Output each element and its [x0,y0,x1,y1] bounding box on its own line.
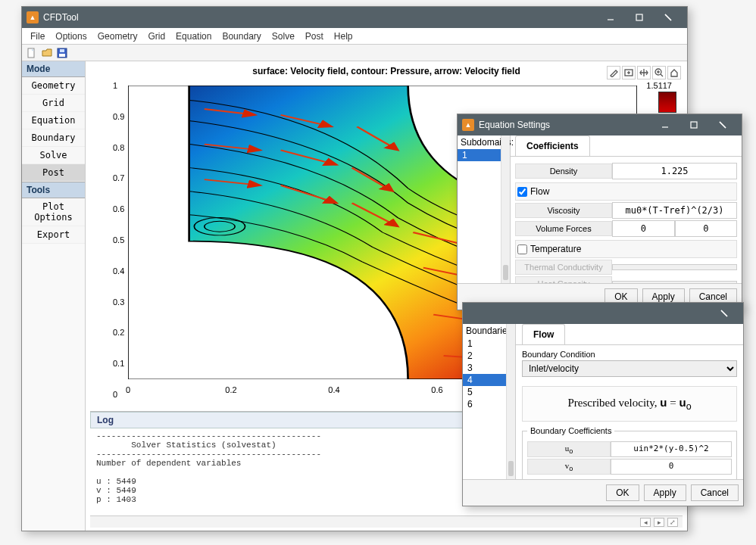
menu-geometry[interactable]: Geometry [92,30,143,43]
sidebar-item-post[interactable]: Post [22,164,85,182]
colorbar-max: 1.5117 [646,81,672,90]
status-next-icon[interactable]: ▸ [654,518,664,527]
main-titlebar[interactable]: ▲ CFDTool [22,7,687,28]
temperature-checkbox-label: Temperature [530,244,581,254]
ytick: 0.4 [113,266,124,276]
boundary-coefficients: Boundary Coefficients uo uin*2*(y-0.5)^2… [522,426,737,481]
mode-sidebar: Mode Geometry Grid Equation Boundary Sol… [22,61,86,531]
flow-checkbox-label: Flow [530,186,549,197]
menu-grid[interactable]: Grid [142,30,170,43]
input-u0[interactable]: uin*2*(y-0.5)^2 [611,441,732,457]
xtick: 0.4 [328,385,339,394]
zoom-in-icon[interactable] [652,66,666,79]
svg-rect-1 [636,14,642,20]
menu-equation[interactable]: Equation [170,30,217,43]
svg-line-3 [665,14,671,20]
brush-icon[interactable] [607,66,620,79]
sidebar-head-mode: Mode [22,61,85,77]
ytick: 0.9 [113,112,124,121]
bnd-titlebar[interactable] [463,303,743,324]
zoom-box-icon[interactable] [622,66,636,79]
open-file-icon[interactable] [40,46,54,60]
boundary-coefficients-legend: Boundary Coefficients [527,426,614,435]
flow-checkbox-row[interactable]: Flow [515,182,737,201]
bnd-close-button[interactable] [710,303,739,324]
bnd-ok-button[interactable]: OK [606,484,639,501]
label-v0: vo [527,459,611,475]
scrollbar[interactable] [501,135,510,283]
minimize-button[interactable] [596,7,625,28]
eq-title: Equation Settings [479,120,651,130]
ytick: 0.7 [113,173,124,182]
eq-close-button[interactable] [708,114,737,135]
boundary-settings-dialog: Boundaries: 1 2 3 4 5 6 Flow Boundary Co… [462,302,744,506]
label-density: Density [515,164,612,179]
sidebar-item-boundary[interactable]: Boundary [22,129,85,147]
bnd-apply-button[interactable]: Apply [644,484,686,501]
menubar: File Options Geometry Grid Equation Boun… [22,28,687,45]
label-thermal-conductivity: Thermal Conductivity [515,260,612,275]
flow-checkbox[interactable] [517,187,527,197]
boundary-list[interactable]: Boundaries: 1 2 3 4 5 6 [463,324,516,479]
eq-titlebar[interactable]: ▲ Equation Settings [458,114,742,135]
scrollbar[interactable] [506,324,515,479]
ytick: 0.8 [113,143,124,152]
bc-select[interactable]: Inlet/velocity [522,360,737,377]
new-file-icon[interactable] [25,46,39,60]
sidebar-item-export[interactable]: Export [22,226,85,244]
label-u0: uo [527,441,611,457]
close-button[interactable] [654,7,683,28]
status-expand-icon[interactable]: ⤢ [667,518,678,527]
svg-rect-39 [691,122,697,128]
ytick: 0.2 [113,328,124,337]
subdomain-list[interactable]: Subdomains: 1 [458,135,511,283]
temperature-checkbox-row[interactable]: Temperature [515,240,737,258]
eq-maximize-button[interactable] [679,114,708,135]
home-icon[interactable] [667,66,681,79]
sidebar-item-plot-options[interactable]: Plot Options [22,198,85,226]
colorbar [658,92,676,113]
plot-toolbar [607,66,681,79]
maximize-button[interactable] [625,7,654,28]
menu-boundary[interactable]: Boundary [217,30,266,43]
ytick: 1 [113,81,117,90]
status-strip: ◂ ▸ ⤢ [90,515,683,528]
input-viscosity[interactable]: mu0*(T-Tref)^(2/3) [612,202,737,219]
pan-icon[interactable] [637,66,651,79]
plot-title: surface: Velocity field, contour: Pressu… [90,64,683,78]
app-title: CFDTool [43,12,596,23]
tab-flow[interactable]: Flow [522,324,565,344]
menu-file[interactable]: File [25,30,50,43]
status-prev-icon[interactable]: ◂ [640,518,651,527]
xtick: 0.6 [431,385,442,394]
equation-settings-dialog: ▲ Equation Settings Subdomains: 1 Coeffi… [457,114,742,310]
input-volume-force-y[interactable]: 0 [675,220,738,237]
input-v0[interactable]: 0 [611,459,732,475]
ytick: 0.1 [113,359,124,368]
menu-post[interactable]: Post [300,30,329,43]
svg-line-12 [661,74,663,76]
menu-options[interactable]: Options [50,30,92,43]
save-file-icon[interactable] [55,46,69,60]
eq-minimize-button[interactable] [651,114,679,135]
menu-help[interactable]: Help [329,30,358,43]
sidebar-item-grid[interactable]: Grid [22,95,85,112]
svg-rect-6 [59,54,65,57]
prescribed-velocity-text: Prescribed velocity, u = uo [522,386,737,422]
toolbar [22,45,687,61]
tab-coefficients[interactable]: Coefficients [515,135,590,156]
app-icon: ▲ [462,119,474,131]
bnd-cancel-button[interactable]: Cancel [691,484,739,501]
sidebar-item-solve[interactable]: Solve [22,147,85,164]
temperature-checkbox[interactable] [517,244,527,254]
menu-solve[interactable]: Solve [267,30,300,43]
bc-label: Boundary Condition [522,350,737,359]
sidebar-item-equation[interactable]: Equation [22,112,85,129]
input-density[interactable]: 1.225 [612,163,737,179]
input-volume-force-x[interactable]: 0 [612,220,675,237]
ytick: 0.3 [113,297,124,307]
app-icon: ▲ [27,11,39,23]
ytick: 0.5 [113,235,124,244]
svg-rect-7 [60,49,64,52]
sidebar-item-geometry[interactable]: Geometry [22,77,85,95]
